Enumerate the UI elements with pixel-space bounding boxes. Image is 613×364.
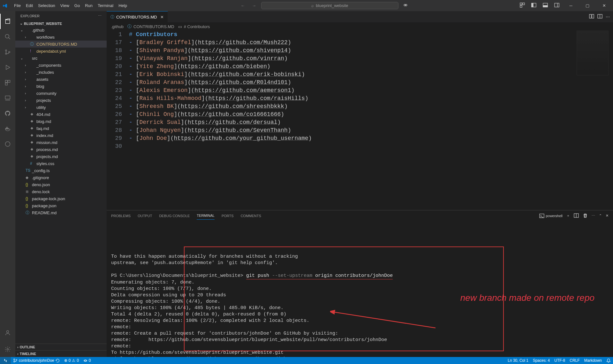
activity-search-icon[interactable] bbox=[0, 29, 15, 44]
panel-tab-ports[interactable]: PORTS bbox=[222, 212, 234, 220]
menu-terminal[interactable]: Terminal bbox=[95, 2, 116, 9]
file-package-json[interactable]: {}package.json bbox=[15, 202, 107, 209]
file-404-md[interactable]: ⯁404.md bbox=[15, 111, 107, 118]
file-deno-json[interactable]: {}deno.json bbox=[15, 181, 107, 188]
activity-remote-explorer-icon[interactable] bbox=[0, 90, 15, 106]
file-package-lock-json[interactable]: {}package-lock.json bbox=[15, 195, 107, 202]
editor-tab[interactable]: ⓘ CONTRIBUTORS.MD ✕ bbox=[107, 11, 168, 22]
panel-tab-output[interactable]: OUTPUT bbox=[138, 212, 152, 220]
activity-explorer-icon[interactable] bbox=[0, 14, 15, 29]
activity-settings-icon[interactable] bbox=[0, 342, 15, 357]
activity-extensions-icon[interactable] bbox=[0, 75, 15, 90]
tree-label: workflows bbox=[36, 35, 55, 40]
minimize-button[interactable]: ─ bbox=[564, 1, 577, 10]
activity-deno-icon[interactable] bbox=[0, 136, 15, 152]
nav-back-icon[interactable]: ← bbox=[239, 2, 247, 9]
file-faq-md[interactable]: ⯁faq.md bbox=[15, 125, 107, 132]
timeline-section[interactable]: › TIMELINE bbox=[15, 350, 107, 357]
file-blog-md[interactable]: ⯁blog.md bbox=[15, 118, 107, 125]
file-process-md[interactable]: ⯁process.md bbox=[15, 146, 107, 153]
status-language[interactable]: Markdown bbox=[582, 357, 604, 364]
file--config-ts[interactable]: TS_config.ts bbox=[15, 167, 107, 174]
kill-terminal-icon[interactable] bbox=[583, 213, 588, 219]
file-readme-md[interactable]: ⓘREADME.md bbox=[15, 209, 107, 216]
code-content[interactable]: # Contributors- [Bradley Griffel](https:… bbox=[129, 31, 613, 210]
panel-tab-problems[interactable]: PROBLEMS bbox=[111, 212, 131, 220]
toggle-panel-icon[interactable] bbox=[541, 1, 549, 10]
remote-indicator[interactable] bbox=[0, 357, 11, 364]
copilot-icon[interactable] bbox=[402, 1, 409, 10]
breadcrumbs[interactable]: .github ⓘ CONTRIBUTORS.MD ▭ # Contributo… bbox=[107, 22, 613, 31]
file--gitignore[interactable]: ◆.gitignore bbox=[15, 174, 107, 181]
timeline-label: TIMELINE bbox=[20, 352, 36, 356]
menu-selection[interactable]: Selection bbox=[35, 2, 57, 9]
panel-tab-debug-console[interactable]: DEBUG CONSOLE bbox=[159, 212, 190, 220]
status-encoding[interactable]: UTF-8 bbox=[552, 357, 567, 364]
vscode-logo-icon bbox=[3, 3, 8, 8]
close-panel-icon[interactable]: ✕ bbox=[606, 214, 609, 218]
file-contributors-md[interactable]: ⓘCONTRIBUTORS.MD bbox=[15, 41, 107, 48]
new-terminal-icon[interactable]: ＋ bbox=[566, 213, 570, 218]
status-notifications-icon[interactable] bbox=[604, 357, 613, 364]
close-tab-icon[interactable]: ✕ bbox=[160, 15, 164, 19]
menu-help[interactable]: Help bbox=[116, 2, 130, 9]
code-editor[interactable]: 11718192021222324252627282930 # Contribu… bbox=[107, 31, 613, 210]
activity-docker-icon[interactable] bbox=[0, 121, 15, 136]
file-mission-md[interactable]: ⯁mission.md bbox=[15, 139, 107, 146]
project-root[interactable]: ⌄ BLUEPRINT_WEBSITE bbox=[15, 20, 107, 27]
panel-tab-comments[interactable]: COMMENTS bbox=[241, 212, 261, 220]
folder-community[interactable]: ›community bbox=[15, 90, 107, 97]
maximize-button[interactable]: ▢ bbox=[581, 1, 594, 10]
menu-edit[interactable]: Edit bbox=[23, 2, 35, 9]
command-center[interactable]: ⌕ blueprint_website bbox=[261, 2, 398, 9]
activity-github-icon[interactable] bbox=[0, 106, 15, 121]
split-terminal-icon[interactable] bbox=[574, 213, 579, 219]
folder-projects[interactable]: ›projects bbox=[15, 97, 107, 104]
layout-customize-icon[interactable] bbox=[518, 1, 526, 10]
file-dependabot-yml[interactable]: !dependabot.yml bbox=[15, 48, 107, 55]
activity-accounts-icon[interactable] bbox=[0, 325, 15, 340]
folder-workflows[interactable]: ›workflows bbox=[15, 34, 107, 41]
close-window-button[interactable]: ✕ bbox=[598, 1, 610, 10]
menu-run[interactable]: Run bbox=[82, 2, 95, 9]
folder-blog[interactable]: ›blog bbox=[15, 83, 107, 90]
status-spaces[interactable]: Spaces: 4 bbox=[531, 357, 552, 364]
outline-label: OUTLINE bbox=[20, 345, 35, 349]
outline-section[interactable]: › OUTLINE bbox=[15, 344, 107, 350]
menu-go[interactable]: Go bbox=[72, 2, 82, 9]
nav-forward-icon[interactable]: → bbox=[250, 2, 258, 9]
status-branch[interactable]: contributors/johnDoe bbox=[11, 357, 62, 364]
folder--github[interactable]: ⌄.github bbox=[15, 27, 107, 34]
file-index-md[interactable]: ⯁index.md bbox=[15, 132, 107, 139]
toggle-primary-sidebar-icon[interactable] bbox=[530, 1, 538, 10]
maximize-panel-icon[interactable]: ⌃ bbox=[599, 214, 602, 218]
tree-label: CONTRIBUTORS.MD bbox=[36, 42, 77, 47]
folder-src[interactable]: ⌄src bbox=[15, 55, 107, 62]
compare-icon[interactable] bbox=[589, 14, 594, 20]
activity-source-control-icon[interactable] bbox=[0, 44, 15, 60]
more-actions-icon[interactable]: ⋯ bbox=[606, 14, 610, 19]
folder--includes[interactable]: ›_includes bbox=[15, 69, 107, 76]
toggle-secondary-sidebar-icon[interactable] bbox=[553, 1, 561, 10]
sidebar-more-icon[interactable]: ⋯ bbox=[98, 14, 102, 18]
status-port[interactable]: 0 bbox=[81, 357, 93, 364]
terminal[interactable]: new branch made on remote repo To have t… bbox=[107, 221, 613, 357]
annotation-text: new branch made on remote repo bbox=[435, 282, 594, 314]
status-eol[interactable]: CRLF bbox=[567, 357, 582, 364]
file-projects-md[interactable]: ⯁projects.md bbox=[15, 153, 107, 160]
status-problems[interactable]: ⊗0 ⚠0 bbox=[62, 357, 81, 364]
file-styles-css[interactable]: #styles.css bbox=[15, 160, 107, 167]
activity-run-debug-icon[interactable] bbox=[0, 60, 15, 75]
menu-view[interactable]: View bbox=[58, 2, 72, 9]
folder-assets[interactable]: ›assets bbox=[15, 76, 107, 83]
panel-more-icon[interactable]: ⋯ bbox=[592, 214, 595, 218]
panel-tab-terminal[interactable]: TERMINAL bbox=[197, 212, 215, 220]
status-cursor[interactable]: Ln 30, Col 1 bbox=[505, 357, 531, 364]
minimap[interactable] bbox=[577, 31, 609, 75]
folder-utility[interactable]: ›utility bbox=[15, 104, 107, 111]
file-deno-lock[interactable]: ≣deno.lock bbox=[15, 188, 107, 195]
folder--components[interactable]: ›_components bbox=[15, 62, 107, 69]
shell-picker[interactable]: powershell bbox=[539, 213, 563, 218]
split-editor-icon[interactable] bbox=[597, 14, 602, 20]
menu-file[interactable]: File bbox=[11, 2, 23, 9]
